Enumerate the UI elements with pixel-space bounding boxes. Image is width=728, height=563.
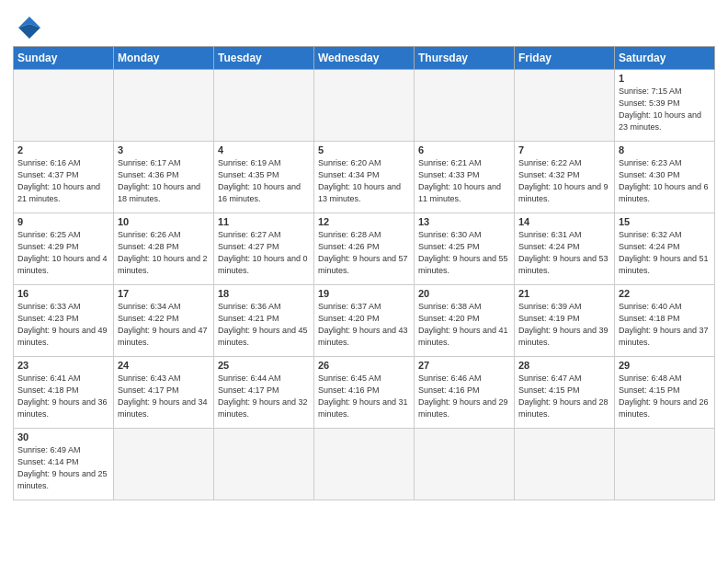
day-info: Sunrise: 6:16 AM Sunset: 4:37 PM Dayligh… xyxy=(17,157,109,205)
calendar-cell: 27Sunrise: 6:46 AM Sunset: 4:16 PM Dayli… xyxy=(415,357,515,429)
calendar-cell: 3Sunrise: 6:17 AM Sunset: 4:36 PM Daylig… xyxy=(114,142,214,213)
day-info: Sunrise: 6:38 AM Sunset: 4:20 PM Dayligh… xyxy=(418,301,510,349)
day-number: 9 xyxy=(17,216,109,227)
day-info: Sunrise: 6:49 AM Sunset: 4:14 PM Dayligh… xyxy=(17,444,109,492)
day-info: Sunrise: 6:23 AM Sunset: 4:30 PM Dayligh… xyxy=(619,157,711,205)
calendar-cell: 17Sunrise: 6:34 AM Sunset: 4:22 PM Dayli… xyxy=(114,285,214,357)
day-number: 12 xyxy=(318,216,410,227)
day-info: Sunrise: 6:36 AM Sunset: 4:21 PM Dayligh… xyxy=(218,301,310,349)
day-number: 15 xyxy=(619,216,711,227)
weekday-header-wednesday: Wednesday xyxy=(314,47,415,70)
calendar-cell: 19Sunrise: 6:37 AM Sunset: 4:20 PM Dayli… xyxy=(314,285,415,357)
calendar-cell xyxy=(314,429,415,500)
day-info: Sunrise: 6:30 AM Sunset: 4:25 PM Dayligh… xyxy=(418,229,510,277)
day-number: 1 xyxy=(619,73,711,84)
header xyxy=(13,9,715,40)
calendar-table: SundayMondayTuesdayWednesdayThursdayFrid… xyxy=(13,46,715,500)
weekday-header-tuesday: Tuesday xyxy=(214,47,314,70)
calendar-cell: 14Sunrise: 6:31 AM Sunset: 4:24 PM Dayli… xyxy=(515,213,615,285)
day-number: 14 xyxy=(518,216,610,227)
day-number: 21 xyxy=(518,288,610,299)
day-number: 30 xyxy=(17,431,109,442)
calendar-cell: 10Sunrise: 6:26 AM Sunset: 4:28 PM Dayli… xyxy=(114,213,214,285)
calendar-cell: 18Sunrise: 6:36 AM Sunset: 4:21 PM Dayli… xyxy=(214,285,314,357)
calendar-cell: 12Sunrise: 6:28 AM Sunset: 4:26 PM Dayli… xyxy=(314,213,415,285)
weekday-header-monday: Monday xyxy=(114,47,214,70)
day-info: Sunrise: 6:47 AM Sunset: 4:15 PM Dayligh… xyxy=(518,373,610,420)
day-info: Sunrise: 6:48 AM Sunset: 4:15 PM Dayligh… xyxy=(619,373,711,420)
weekday-header-sunday: Sunday xyxy=(14,47,114,70)
calendar-cell: 28Sunrise: 6:47 AM Sunset: 4:15 PM Dayli… xyxy=(515,357,615,429)
day-number: 17 xyxy=(118,288,210,299)
calendar-cell xyxy=(114,70,214,142)
calendar-cell xyxy=(314,70,415,142)
day-number: 13 xyxy=(418,216,510,227)
calendar-cell: 22Sunrise: 6:40 AM Sunset: 4:18 PM Dayli… xyxy=(615,285,715,357)
calendar-cell: 20Sunrise: 6:38 AM Sunset: 4:20 PM Dayli… xyxy=(415,285,515,357)
day-number: 20 xyxy=(418,288,510,299)
day-number: 7 xyxy=(518,144,610,155)
day-number: 24 xyxy=(118,360,210,371)
calendar-cell xyxy=(214,70,314,142)
logo xyxy=(13,15,50,40)
day-info: Sunrise: 6:40 AM Sunset: 4:18 PM Dayligh… xyxy=(619,301,711,349)
day-info: Sunrise: 6:37 AM Sunset: 4:20 PM Dayligh… xyxy=(318,301,410,349)
day-info: Sunrise: 6:26 AM Sunset: 4:28 PM Dayligh… xyxy=(118,229,210,277)
weekday-header-friday: Friday xyxy=(515,47,615,70)
weekday-header-thursday: Thursday xyxy=(415,47,515,70)
weekday-header-saturday: Saturday xyxy=(615,47,715,70)
day-info: Sunrise: 6:44 AM Sunset: 4:17 PM Dayligh… xyxy=(218,373,310,420)
calendar-cell xyxy=(214,429,314,500)
calendar-cell xyxy=(615,429,715,500)
calendar-cell: 29Sunrise: 6:48 AM Sunset: 4:15 PM Dayli… xyxy=(615,357,715,429)
calendar-week-1: 2Sunrise: 6:16 AM Sunset: 4:37 PM Daylig… xyxy=(14,142,715,213)
calendar-cell: 26Sunrise: 6:45 AM Sunset: 4:16 PM Dayli… xyxy=(314,357,415,429)
day-number: 19 xyxy=(318,288,410,299)
calendar-cell: 1Sunrise: 7:15 AM Sunset: 5:39 PM Daylig… xyxy=(615,70,715,142)
calendar-cell xyxy=(515,70,615,142)
day-number: 3 xyxy=(118,144,210,155)
day-info: Sunrise: 7:15 AM Sunset: 5:39 PM Dayligh… xyxy=(619,86,711,133)
calendar-cell: 15Sunrise: 6:32 AM Sunset: 4:24 PM Dayli… xyxy=(615,213,715,285)
day-info: Sunrise: 6:20 AM Sunset: 4:34 PM Dayligh… xyxy=(318,157,410,205)
day-info: Sunrise: 6:31 AM Sunset: 4:24 PM Dayligh… xyxy=(518,229,610,277)
day-info: Sunrise: 6:34 AM Sunset: 4:22 PM Dayligh… xyxy=(118,301,210,349)
calendar-week-0: 1Sunrise: 7:15 AM Sunset: 5:39 PM Daylig… xyxy=(14,70,715,142)
calendar-cell: 2Sunrise: 6:16 AM Sunset: 4:37 PM Daylig… xyxy=(14,142,114,213)
calendar-cell: 23Sunrise: 6:41 AM Sunset: 4:18 PM Dayli… xyxy=(14,357,114,429)
day-number: 2 xyxy=(17,144,109,155)
day-info: Sunrise: 6:25 AM Sunset: 4:29 PM Dayligh… xyxy=(17,229,109,277)
day-info: Sunrise: 6:32 AM Sunset: 4:24 PM Dayligh… xyxy=(619,229,711,277)
calendar-cell: 21Sunrise: 6:39 AM Sunset: 4:19 PM Dayli… xyxy=(515,285,615,357)
calendar-cell: 24Sunrise: 6:43 AM Sunset: 4:17 PM Dayli… xyxy=(114,357,214,429)
calendar-cell: 8Sunrise: 6:23 AM Sunset: 4:30 PM Daylig… xyxy=(615,142,715,213)
day-info: Sunrise: 6:39 AM Sunset: 4:19 PM Dayligh… xyxy=(518,301,610,349)
calendar-page: SundayMondayTuesdayWednesdayThursdayFrid… xyxy=(0,0,728,510)
day-number: 4 xyxy=(218,144,310,155)
day-info: Sunrise: 6:22 AM Sunset: 4:32 PM Dayligh… xyxy=(518,157,610,205)
calendar-cell: 7Sunrise: 6:22 AM Sunset: 4:32 PM Daylig… xyxy=(515,142,615,213)
calendar-cell: 9Sunrise: 6:25 AM Sunset: 4:29 PM Daylig… xyxy=(14,213,114,285)
day-number: 18 xyxy=(218,288,310,299)
day-number: 25 xyxy=(218,360,310,371)
day-info: Sunrise: 6:41 AM Sunset: 4:18 PM Dayligh… xyxy=(17,373,109,420)
day-info: Sunrise: 6:21 AM Sunset: 4:33 PM Dayligh… xyxy=(418,157,510,205)
calendar-cell: 16Sunrise: 6:33 AM Sunset: 4:23 PM Dayli… xyxy=(14,285,114,357)
calendar-week-2: 9Sunrise: 6:25 AM Sunset: 4:29 PM Daylig… xyxy=(14,213,715,285)
logo-icon xyxy=(13,15,46,40)
day-number: 16 xyxy=(17,288,109,299)
day-info: Sunrise: 6:19 AM Sunset: 4:35 PM Dayligh… xyxy=(218,157,310,205)
day-number: 29 xyxy=(619,360,711,371)
calendar-cell: 6Sunrise: 6:21 AM Sunset: 4:33 PM Daylig… xyxy=(415,142,515,213)
calendar-cell: 25Sunrise: 6:44 AM Sunset: 4:17 PM Dayli… xyxy=(214,357,314,429)
day-number: 5 xyxy=(318,144,410,155)
day-info: Sunrise: 6:27 AM Sunset: 4:27 PM Dayligh… xyxy=(218,229,310,277)
day-info: Sunrise: 6:46 AM Sunset: 4:16 PM Dayligh… xyxy=(418,373,510,420)
day-number: 27 xyxy=(418,360,510,371)
calendar-week-5: 30Sunrise: 6:49 AM Sunset: 4:14 PM Dayli… xyxy=(14,429,715,500)
day-info: Sunrise: 6:43 AM Sunset: 4:17 PM Dayligh… xyxy=(118,373,210,420)
calendar-cell: 13Sunrise: 6:30 AM Sunset: 4:25 PM Dayli… xyxy=(415,213,515,285)
day-number: 10 xyxy=(118,216,210,227)
calendar-week-3: 16Sunrise: 6:33 AM Sunset: 4:23 PM Dayli… xyxy=(14,285,715,357)
day-number: 26 xyxy=(318,360,410,371)
